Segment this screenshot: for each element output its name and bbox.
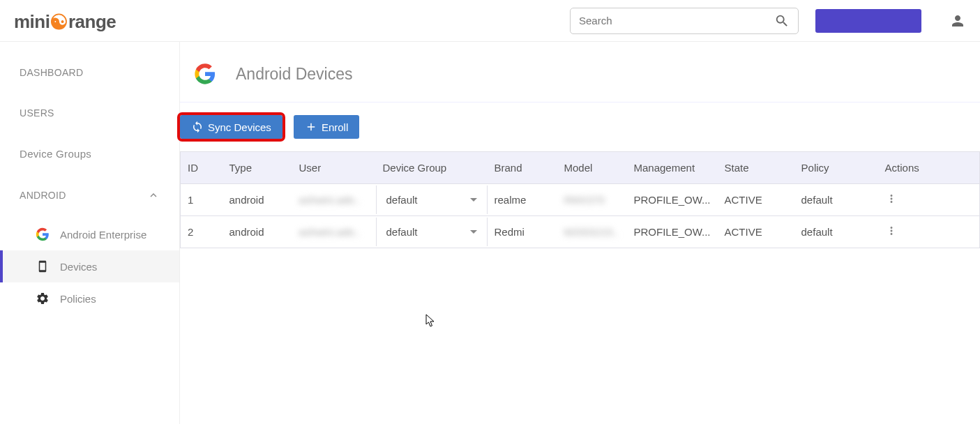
cell-type: android bbox=[223, 184, 292, 216]
th-id: ID bbox=[181, 152, 223, 184]
cell-device-group: default bbox=[376, 184, 488, 216]
cell-device-group: default bbox=[376, 216, 488, 248]
th-management: Management bbox=[627, 152, 718, 184]
cell-state: ACTIVE bbox=[718, 216, 794, 248]
sidebar-item-android[interactable]: ANDROID bbox=[0, 181, 179, 210]
search-icon bbox=[774, 13, 790, 29]
sync-icon bbox=[191, 121, 204, 133]
cell-actions bbox=[878, 216, 980, 248]
logo-orange-icon: ☯ bbox=[50, 10, 68, 34]
more-vert-icon[interactable] bbox=[885, 225, 898, 237]
cell-type: android bbox=[223, 216, 292, 248]
cell-brand: Redmi bbox=[488, 216, 557, 248]
header: mini☯range bbox=[0, 0, 980, 42]
more-vert-icon[interactable] bbox=[885, 192, 898, 205]
user-icon[interactable] bbox=[949, 13, 966, 29]
sidebar-item-android-enterprise[interactable]: Android Enterprise bbox=[0, 218, 179, 250]
search-box[interactable] bbox=[570, 8, 799, 34]
page-header: Android Devices bbox=[180, 63, 980, 103]
th-type: Type bbox=[223, 152, 292, 184]
cell-management: PROFILE_OW... bbox=[627, 216, 718, 248]
phone-icon bbox=[35, 259, 50, 274]
sidebar-item-policies[interactable]: Policies bbox=[0, 282, 179, 315]
sidebar-item-dashboard[interactable]: DASHBOARD bbox=[0, 59, 179, 86]
cell-id: 2 bbox=[181, 216, 223, 248]
enroll-button[interactable]: Enroll bbox=[294, 115, 359, 139]
device-group-select[interactable]: default bbox=[376, 218, 488, 246]
dropdown-icon bbox=[470, 198, 477, 202]
th-actions: Actions bbox=[878, 152, 980, 184]
chevron-up-icon bbox=[147, 189, 160, 202]
table-row: 2 android ashwini.ade.. default Redmi M2… bbox=[181, 216, 980, 248]
devices-table: ID Type User Device Group Brand Model Ma… bbox=[180, 151, 980, 248]
page-title: Android Devices bbox=[236, 65, 352, 84]
sidebar-item-devices[interactable]: Devices bbox=[0, 250, 179, 282]
cell-user: ashwini.ade.. bbox=[292, 216, 376, 248]
search-input[interactable] bbox=[579, 15, 774, 26]
sidebar-item-users[interactable]: USERS bbox=[0, 99, 179, 127]
cell-user: ashwini.ade.. bbox=[292, 184, 376, 216]
action-bar: Sync Devices Enroll bbox=[180, 103, 980, 151]
gear-icon bbox=[35, 291, 50, 306]
cell-model: RMX370 bbox=[557, 184, 627, 216]
cell-id: 1 bbox=[181, 184, 223, 216]
dropdown-icon bbox=[470, 230, 477, 234]
google-g-icon bbox=[35, 227, 50, 242]
th-user: User bbox=[292, 152, 376, 184]
cell-actions bbox=[878, 184, 980, 216]
th-policy: Policy bbox=[794, 152, 878, 184]
sync-devices-button[interactable]: Sync Devices bbox=[180, 115, 282, 139]
table-row: 1 android ashwini.ade.. default realme R… bbox=[181, 184, 980, 216]
main-content: Android Devices Sync Devices Enroll ID T… bbox=[180, 42, 980, 424]
th-state: State bbox=[718, 152, 794, 184]
cell-state: ACTIVE bbox=[718, 184, 794, 216]
device-group-select[interactable]: default bbox=[376, 186, 488, 214]
cell-policy: default bbox=[794, 216, 878, 248]
logo: mini☯range bbox=[14, 8, 116, 33]
sidebar-item-device-groups[interactable]: Device Groups bbox=[0, 139, 179, 168]
th-device-group: Device Group bbox=[376, 152, 488, 184]
table-header-row: ID Type User Device Group Brand Model Ma… bbox=[181, 152, 980, 184]
cell-brand: realme bbox=[488, 184, 557, 216]
sidebar: DASHBOARD USERS Device Groups ANDROID An… bbox=[0, 42, 180, 424]
cell-management: PROFILE_OW... bbox=[627, 184, 718, 216]
google-g-icon bbox=[194, 63, 216, 85]
cell-model: M2003J15.. bbox=[557, 216, 627, 248]
cell-policy: default bbox=[794, 184, 878, 216]
th-model: Model bbox=[557, 152, 627, 184]
header-primary-button[interactable] bbox=[815, 9, 921, 33]
th-brand: Brand bbox=[488, 152, 557, 184]
plus-icon bbox=[305, 121, 317, 133]
